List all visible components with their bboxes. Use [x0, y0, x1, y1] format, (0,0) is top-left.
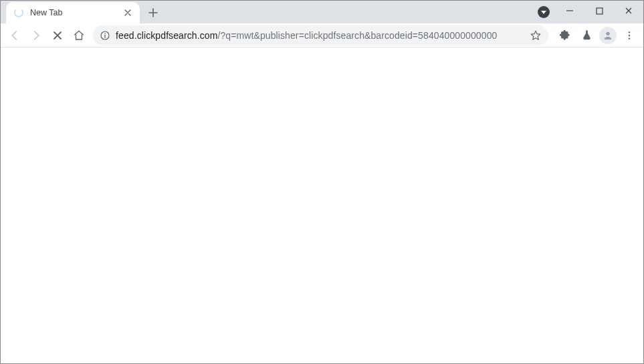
browser-badge-icon[interactable] — [538, 6, 550, 18]
title-bar: New Tab — [1, 1, 643, 23]
bookmark-star-icon[interactable] — [530, 29, 542, 41]
minimize-button[interactable] — [555, 1, 584, 21]
tab-close-button[interactable] — [122, 7, 133, 18]
home-button[interactable] — [69, 25, 89, 46]
url-text: feed.clickpdfsearch.com/?q=mwt&publisher… — [116, 30, 524, 41]
address-bar[interactable]: feed.clickpdfsearch.com/?q=mwt&publisher… — [93, 25, 548, 46]
site-info-icon[interactable] — [100, 30, 110, 41]
loading-spinner-icon — [14, 8, 23, 17]
maximize-button[interactable] — [584, 1, 614, 21]
svg-point-4 — [629, 31, 630, 33]
window-close-button[interactable] — [614, 1, 643, 21]
back-button[interactable] — [5, 25, 25, 46]
avatar-icon — [599, 27, 617, 44]
page-content — [1, 48, 643, 363]
menu-button[interactable] — [619, 25, 639, 46]
stop-reload-button[interactable] — [47, 25, 68, 46]
browser-tab[interactable]: New Tab — [6, 2, 140, 23]
extensions-area — [552, 25, 639, 46]
toolbar: feed.clickpdfsearch.com/?q=mwt&publisher… — [1, 23, 643, 48]
forward-button[interactable] — [26, 25, 46, 46]
svg-point-6 — [629, 37, 630, 39]
profile-button[interactable] — [598, 25, 618, 46]
svg-point-2 — [104, 33, 106, 34]
extension-flask-icon[interactable] — [576, 25, 597, 46]
tab-title: New Tab — [30, 8, 122, 17]
svg-point-3 — [606, 31, 609, 35]
window-controls — [555, 1, 643, 21]
extensions-puzzle-icon[interactable] — [555, 25, 575, 46]
svg-rect-0 — [597, 8, 603, 14]
svg-point-5 — [629, 34, 630, 35]
url-host: feed.clickpdfsearch.com — [116, 30, 217, 41]
url-path: /?q=mwt&publisher=clickpdfsearch&barcode… — [217, 30, 497, 41]
new-tab-button[interactable] — [144, 3, 163, 22]
